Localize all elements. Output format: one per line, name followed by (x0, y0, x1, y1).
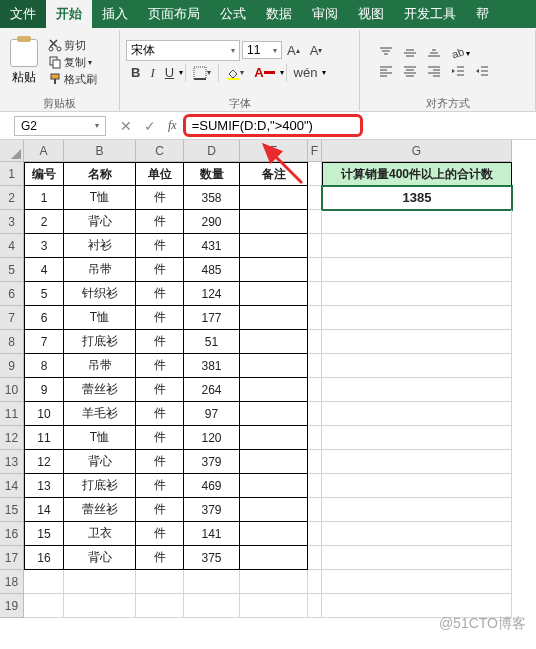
row-header[interactable]: 11 (0, 402, 24, 426)
align-middle-button[interactable] (398, 44, 422, 62)
cell[interactable]: 5 (24, 282, 64, 306)
cell[interactable]: 124 (184, 282, 240, 306)
cell[interactable] (308, 546, 322, 570)
cell[interactable] (240, 378, 308, 402)
column-header[interactable]: B (64, 140, 136, 162)
cell[interactable]: 16 (24, 546, 64, 570)
cell[interactable] (308, 426, 322, 450)
column-header[interactable]: A (24, 140, 64, 162)
cell[interactable]: 备注 (240, 162, 308, 186)
cell[interactable]: 单位 (136, 162, 184, 186)
column-header[interactable]: E (240, 140, 308, 162)
enter-formula-button[interactable]: ✓ (138, 118, 162, 134)
cell[interactable]: 379 (184, 450, 240, 474)
cell[interactable] (240, 330, 308, 354)
cell[interactable]: 件 (136, 522, 184, 546)
cell[interactable]: 9 (24, 378, 64, 402)
tab-0[interactable]: 文件 (0, 0, 46, 28)
cell[interactable] (24, 594, 64, 618)
orientation-button[interactable]: ab▾ (446, 44, 474, 62)
cell[interactable] (240, 450, 308, 474)
cell[interactable]: 名称 (64, 162, 136, 186)
cell[interactable]: 381 (184, 354, 240, 378)
cell[interactable]: 件 (136, 234, 184, 258)
tab-7[interactable]: 视图 (348, 0, 394, 28)
cell[interactable] (322, 426, 512, 450)
row-header[interactable]: 17 (0, 546, 24, 570)
italic-button[interactable]: I (145, 63, 159, 83)
cell[interactable]: 10 (24, 402, 64, 426)
cell[interactable]: 3 (24, 234, 64, 258)
cell[interactable] (240, 594, 308, 618)
cell[interactable]: 290 (184, 210, 240, 234)
cell[interactable] (240, 402, 308, 426)
cell[interactable] (322, 234, 512, 258)
cell[interactable] (322, 258, 512, 282)
cell[interactable]: T恤 (64, 186, 136, 210)
cell[interactable] (184, 594, 240, 618)
cell[interactable] (322, 546, 512, 570)
cell[interactable] (136, 570, 184, 594)
copy-button[interactable]: 复制▾ (46, 54, 99, 71)
row-header[interactable]: 5 (0, 258, 24, 282)
cell[interactable]: 11 (24, 426, 64, 450)
cell[interactable] (322, 378, 512, 402)
cell[interactable]: 件 (136, 354, 184, 378)
select-all-corner[interactable] (0, 140, 24, 162)
cell[interactable]: 177 (184, 306, 240, 330)
cell[interactable]: 件 (136, 186, 184, 210)
cell[interactable]: 485 (184, 258, 240, 282)
cell[interactable]: 14 (24, 498, 64, 522)
cell[interactable]: 件 (136, 546, 184, 570)
cell[interactable]: 打底衫 (64, 330, 136, 354)
cell[interactable]: 431 (184, 234, 240, 258)
row-header[interactable]: 4 (0, 234, 24, 258)
tab-6[interactable]: 审阅 (302, 0, 348, 28)
cell[interactable] (322, 282, 512, 306)
row-header[interactable]: 13 (0, 450, 24, 474)
cell[interactable] (308, 594, 322, 618)
cell[interactable]: 件 (136, 402, 184, 426)
cell[interactable]: 蕾丝衫 (64, 498, 136, 522)
tab-9[interactable]: 帮 (466, 0, 499, 28)
cell[interactable]: 469 (184, 474, 240, 498)
cell[interactable]: 卫衣 (64, 522, 136, 546)
cell[interactable]: 衬衫 (64, 234, 136, 258)
row-header[interactable]: 12 (0, 426, 24, 450)
cell[interactable] (240, 210, 308, 234)
cell[interactable]: 针织衫 (64, 282, 136, 306)
cell[interactable] (308, 282, 322, 306)
cut-button[interactable]: 剪切 (46, 37, 99, 54)
cell[interactable] (240, 234, 308, 258)
cell[interactable]: 背心 (64, 210, 136, 234)
cell[interactable] (322, 450, 512, 474)
cell[interactable] (322, 354, 512, 378)
align-right-button[interactable] (422, 62, 446, 80)
increase-indent-button[interactable] (470, 62, 494, 80)
cell[interactable] (322, 402, 512, 426)
row-header[interactable]: 14 (0, 474, 24, 498)
cell[interactable]: 6 (24, 306, 64, 330)
cell[interactable]: 计算销量400件以上的合计数 (322, 162, 512, 186)
align-center-button[interactable] (398, 62, 422, 80)
cell[interactable]: 141 (184, 522, 240, 546)
decrease-font-button[interactable]: A▾ (305, 41, 328, 60)
cell[interactable] (322, 570, 512, 594)
cell[interactable]: 编号 (24, 162, 64, 186)
tab-8[interactable]: 开发工具 (394, 0, 466, 28)
cell[interactable]: 2 (24, 210, 64, 234)
row-header[interactable]: 18 (0, 570, 24, 594)
align-bottom-button[interactable] (422, 44, 446, 62)
cell[interactable]: 件 (136, 330, 184, 354)
cell[interactable]: 吊带 (64, 258, 136, 282)
cell[interactable]: 羊毛衫 (64, 402, 136, 426)
cell[interactable]: 264 (184, 378, 240, 402)
format-painter-button[interactable]: 格式刷 (46, 71, 99, 88)
cell[interactable]: 件 (136, 258, 184, 282)
spreadsheet-grid[interactable]: 12345678910111213141516171819 ABCDEFG 编号… (0, 140, 536, 618)
cell[interactable] (322, 474, 512, 498)
cell[interactable]: 1 (24, 186, 64, 210)
border-button[interactable]: ▾ (188, 64, 216, 82)
cell[interactable] (308, 474, 322, 498)
formula-input[interactable]: =SUMIF(D:D,">400") (183, 114, 363, 137)
